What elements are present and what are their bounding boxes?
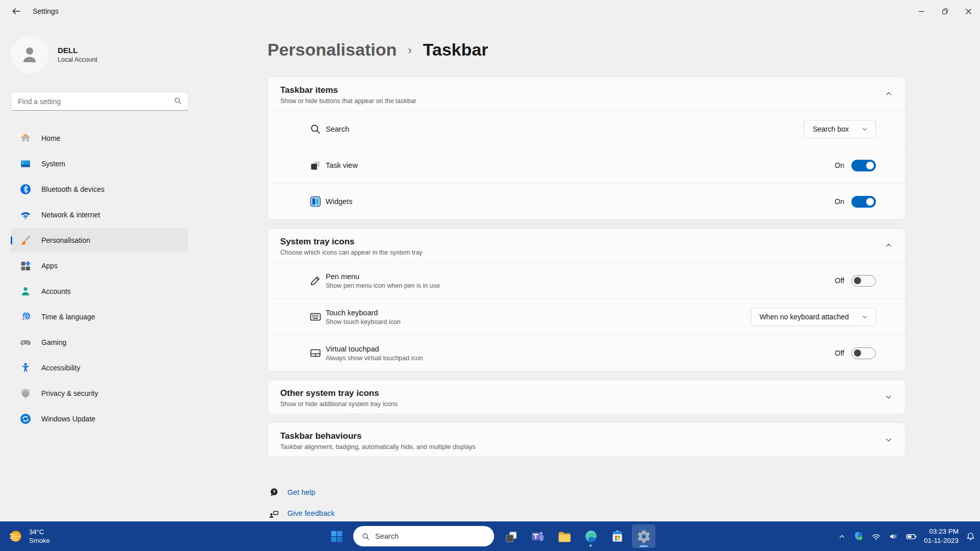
account-name: DELL bbox=[58, 46, 97, 55]
active-app-indicator bbox=[640, 545, 648, 547]
sidebar-item-system[interactable]: System bbox=[11, 152, 188, 176]
sidebar-item-bluetooth-devices[interactable]: Bluetooth & devices bbox=[11, 177, 188, 202]
sidebar-item-label: Time & language bbox=[41, 313, 95, 321]
settings-searchbox bbox=[11, 92, 188, 111]
sidebar-item-privacy-security[interactable]: Privacy & security bbox=[11, 381, 188, 406]
sidebar-item-home[interactable]: Home bbox=[11, 126, 188, 151]
expand-chevron-down-icon[interactable] bbox=[884, 392, 894, 402]
avatar bbox=[11, 36, 48, 73]
footer-links: ? Get help Give feedback bbox=[267, 487, 980, 519]
taskbar-items-header[interactable]: Taskbar items Show or hide buttons that … bbox=[268, 77, 905, 111]
card-title: Taskbar items bbox=[280, 85, 874, 95]
sidebar-nav: Home System Bluetooth & devices bbox=[11, 126, 188, 431]
sidebar-item-apps[interactable]: Apps bbox=[11, 254, 188, 278]
card-title: Other system tray icons bbox=[280, 388, 874, 398]
weather-widget[interactable]: 34°C Smoke bbox=[7, 521, 50, 551]
restore-icon bbox=[940, 7, 950, 16]
virtual-touchpad-toggle[interactable] bbox=[851, 347, 876, 359]
close-icon bbox=[964, 7, 973, 16]
battery-icon[interactable] bbox=[905, 531, 917, 542]
accounts-icon bbox=[19, 285, 32, 297]
settings-window: Settings DELL Local Account bbox=[0, 0, 980, 551]
touchpad-icon bbox=[309, 346, 322, 360]
dropdown-value: Search box bbox=[813, 125, 849, 133]
setting-row-virtual-touchpad: Virtual touchpad Always show virtual tou… bbox=[268, 335, 905, 371]
settings-button[interactable] bbox=[632, 524, 655, 548]
titlebar: Settings bbox=[0, 0, 980, 22]
toggle-knob bbox=[854, 349, 861, 357]
taskbar-search-input[interactable] bbox=[375, 532, 482, 540]
weather-temperature: 34°C bbox=[29, 528, 50, 536]
collapse-chevron-up-icon[interactable] bbox=[884, 240, 894, 251]
setting-description: Show pen menu icon when pen is in use bbox=[326, 282, 440, 289]
setting-row-widgets: Widgets On bbox=[268, 183, 905, 219]
account-header[interactable]: DELL Local Account bbox=[11, 36, 204, 73]
find-setting-input[interactable] bbox=[11, 92, 188, 111]
sidebar: DELL Local Account Home bbox=[0, 22, 204, 551]
account-type: Local Account bbox=[58, 56, 97, 63]
widgets-icon bbox=[309, 195, 322, 208]
touch-keyboard-dropdown[interactable]: When no keyboard attached bbox=[751, 308, 876, 326]
running-indicator bbox=[590, 544, 592, 547]
give-feedback-link[interactable]: Give feedback bbox=[267, 508, 980, 519]
weather-haze-icon bbox=[7, 528, 24, 545]
setting-label: Widgets bbox=[326, 197, 352, 206]
chevron-down-icon bbox=[861, 313, 868, 320]
card-subtitle: Choose which icons can appear in the sys… bbox=[280, 249, 874, 256]
sidebar-item-time-language[interactable]: Time & language bbox=[11, 305, 188, 329]
setting-row-search: Search Search box bbox=[268, 111, 905, 147]
wifi-icon[interactable] bbox=[871, 531, 881, 542]
taskbar-search[interactable] bbox=[353, 526, 494, 546]
windows-logo-icon bbox=[330, 530, 344, 543]
setting-label: Touch keyboard bbox=[326, 309, 401, 317]
get-help-link[interactable]: ? Get help bbox=[267, 487, 980, 498]
sidebar-item-label: Apps bbox=[41, 262, 58, 270]
sidebar-item-label: Accounts bbox=[41, 287, 71, 295]
close-button[interactable] bbox=[957, 0, 980, 22]
other-tray-icons-header[interactable]: Other system tray icons Show or hide add… bbox=[268, 380, 905, 414]
expand-chevron-down-icon[interactable] bbox=[884, 435, 894, 445]
breadcrumb-parent[interactable]: Personalisation bbox=[267, 40, 397, 60]
volume-icon[interactable] bbox=[888, 531, 899, 542]
sidebar-item-network-internet[interactable]: Network & internet bbox=[11, 203, 188, 227]
person-icon bbox=[19, 44, 40, 65]
back-button[interactable] bbox=[6, 2, 27, 20]
arrow-left-icon bbox=[11, 6, 21, 16]
teams-icon bbox=[530, 529, 545, 544]
restore-button[interactable] bbox=[933, 0, 957, 22]
teams-button[interactable] bbox=[526, 524, 549, 548]
toggle-state-label: Off bbox=[835, 277, 844, 285]
sidebar-item-accessibility[interactable]: Accessibility bbox=[11, 356, 188, 380]
task-view-toggle[interactable] bbox=[851, 160, 876, 171]
setting-row-pen-menu: Pen menu Show pen menu icon when pen is … bbox=[268, 262, 905, 298]
collapse-chevron-up-icon[interactable] bbox=[884, 89, 894, 99]
windows-update-icon bbox=[19, 413, 32, 425]
store-button[interactable] bbox=[605, 524, 629, 548]
search-style-dropdown[interactable]: Search box bbox=[804, 120, 876, 138]
sidebar-item-label: Network & internet bbox=[41, 211, 100, 219]
task-view-button[interactable] bbox=[499, 524, 523, 548]
taskbar-clock[interactable]: 03:23 PM 01-11-2023 bbox=[924, 527, 959, 545]
start-button[interactable] bbox=[325, 524, 348, 548]
svg-text:?: ? bbox=[273, 489, 276, 494]
sidebar-item-windows-update[interactable]: Windows Update bbox=[11, 407, 188, 431]
card-subtitle: Show or hide additional system tray icon… bbox=[280, 400, 874, 408]
sidebar-item-accounts[interactable]: Accounts bbox=[11, 279, 188, 304]
sidebar-item-gaming[interactable]: Gaming bbox=[11, 330, 188, 355]
minimize-button[interactable] bbox=[910, 0, 933, 22]
tray-chevron-up-icon[interactable] bbox=[838, 532, 846, 541]
window-controls bbox=[910, 0, 980, 22]
system-tray-header[interactable]: System tray icons Choose which icons can… bbox=[268, 229, 905, 262]
windows-security-icon[interactable] bbox=[853, 531, 864, 542]
system-tray-icons-card: System tray icons Choose which icons can… bbox=[267, 228, 905, 371]
notifications-bell-icon[interactable] bbox=[965, 531, 976, 542]
edge-button[interactable] bbox=[579, 524, 602, 548]
file-explorer-button[interactable] bbox=[552, 524, 576, 548]
taskbar-behaviours-header[interactable]: Taskbar behaviours Taskbar alignment, ba… bbox=[268, 423, 905, 457]
widgets-toggle[interactable] bbox=[851, 196, 876, 208]
feedback-icon bbox=[267, 507, 280, 519]
pen-menu-toggle[interactable] bbox=[851, 275, 876, 287]
sidebar-item-label: Gaming bbox=[41, 338, 66, 346]
toggle-knob bbox=[854, 277, 861, 284]
sidebar-item-personalisation[interactable]: Personalisation bbox=[11, 228, 188, 253]
